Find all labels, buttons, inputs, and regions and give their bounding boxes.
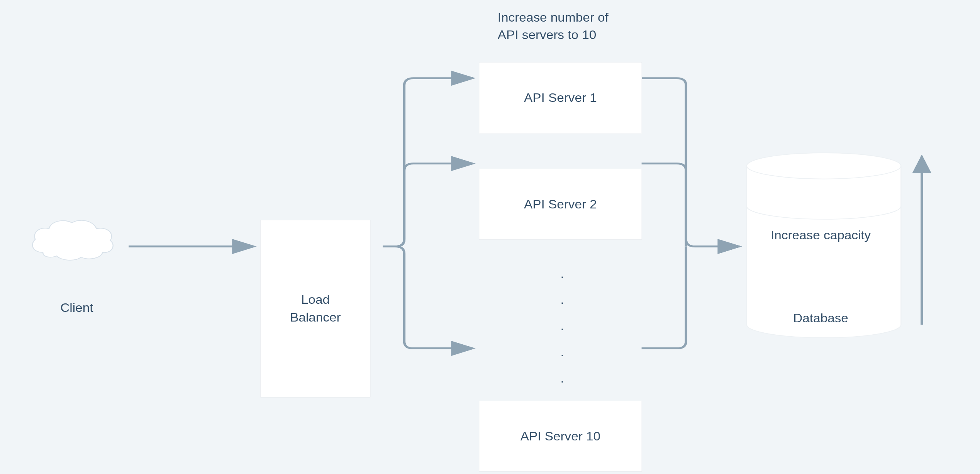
load-balancer-label: Load Balancer xyxy=(290,291,341,326)
ellipsis-icon: . . . . . xyxy=(560,261,564,391)
load-balancer-node: Load Balancer xyxy=(260,220,371,398)
api-server-1-label: API Server 1 xyxy=(524,89,597,107)
api-server-10-node: API Server 10 xyxy=(479,401,642,472)
db-capacity-label: Increase capacity xyxy=(766,228,876,242)
api-server-1-node: API Server 1 xyxy=(479,62,642,133)
api-server-2-node: API Server 2 xyxy=(479,169,642,240)
architecture-diagram: Client Load Balancer API Server 1 API Se… xyxy=(0,0,980,474)
svg-rect-3 xyxy=(747,166,901,325)
api-server-2-label: API Server 2 xyxy=(524,195,597,213)
svg-point-6 xyxy=(747,153,901,179)
api-server-10-label: API Server 10 xyxy=(521,427,600,445)
database-label: Database xyxy=(766,311,876,325)
api-scale-annotation: Increase number of API servers to 10 xyxy=(498,9,609,44)
client-node: Client xyxy=(60,301,93,315)
